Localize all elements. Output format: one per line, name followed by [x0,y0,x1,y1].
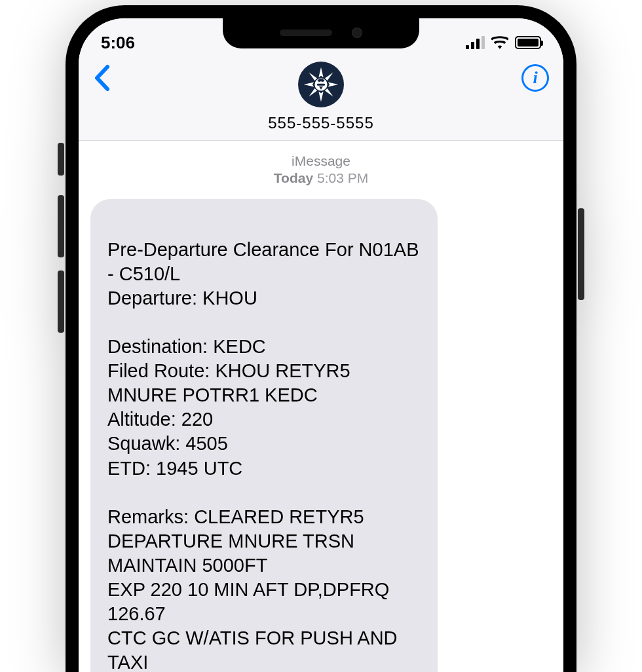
details-button[interactable]: i [510,62,549,92]
phone-notch [223,17,419,48]
contact-name: 555-555-5555 [268,114,373,132]
cellular-signal-icon [466,36,485,49]
phone-screen: 5:06 [79,18,563,672]
svg-rect-10 [317,84,325,86]
wifi-icon [491,36,508,49]
conversation-thread[interactable]: iMessage Today 5:03 PM Pre-Departure Cle… [79,141,563,672]
phone-mute-switch [58,143,64,176]
channel-label: iMessage [90,153,552,170]
phone-power-button [578,208,584,300]
thread-time: 5:03 PM [317,170,368,185]
info-icon: i [521,64,549,92]
phone-frame: 5:06 [66,5,576,672]
conversation-header: 555-555-5555 i [79,55,563,141]
message-text: Pre-Departure Clearance For N01AB - C510… [107,239,419,672]
phone-front-camera [352,28,362,38]
battery-icon [515,36,541,49]
contact-avatar-compass-icon [298,62,344,107]
phone-speaker [280,29,332,36]
contact-block[interactable]: 555-555-5555 [132,62,510,132]
back-button[interactable] [93,62,132,96]
incoming-message-bubble[interactable]: Pre-Departure Clearance For N01AB - C510… [90,199,438,673]
thread-day: Today [274,170,313,185]
phone-volume-up [58,195,64,257]
status-time: 5:06 [101,33,135,53]
thread-timestamp: iMessage Today 5:03 PM [90,153,552,187]
phone-volume-down [58,271,64,333]
